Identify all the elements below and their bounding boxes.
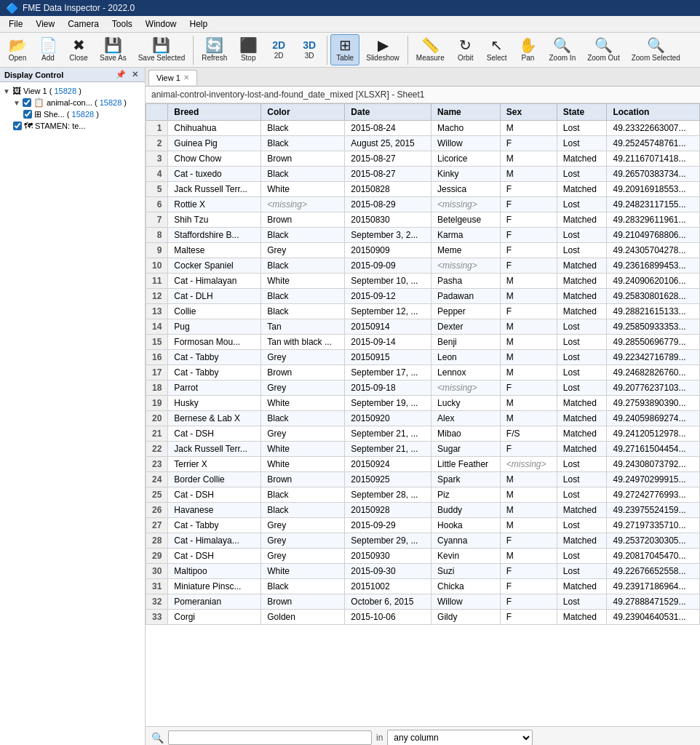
2d-button[interactable]: 2D2D: [264, 36, 293, 63]
table-row[interactable]: 26HavaneseBlack20150928BuddyMMatched49.2…: [146, 503, 700, 518]
table-row[interactable]: 33CorgiGolden2015-10-06GildyFMatched49.2…: [146, 610, 700, 625]
zoom-in-icon: 🔍: [553, 38, 571, 52]
tree-stamen-checkbox[interactable]: [13, 121, 22, 130]
col-color[interactable]: Color: [261, 104, 345, 121]
table-row[interactable]: 13CollieBlackSeptember 12, ...PepperFMat…: [146, 304, 700, 319]
save-selected-button[interactable]: 💾Save Selected: [133, 34, 191, 65]
table-row[interactable]: 3Chow ChowBrown2015-08-27LicoriceMMatche…: [146, 151, 700, 167]
table-row[interactable]: 17Cat - TabbyBrownSeptember 17, ...Lenno…: [146, 365, 700, 381]
pan-button[interactable]: ✋Pan: [514, 34, 543, 65]
table-cell: 49.20776237103...: [607, 381, 700, 396]
view1-tab[interactable]: View 1 ✕: [148, 70, 197, 85]
table-row[interactable]: 32PomeranianBrownOctober 6, 2015WillowFL…: [146, 594, 700, 610]
search-input[interactable]: [168, 730, 372, 745]
table-row[interactable]: 6Rottie X<missing>2015-08-29<missing>FLo…: [146, 197, 700, 212]
table-button[interactable]: ⊞Table: [330, 34, 359, 65]
tab-close-button[interactable]: ✕: [183, 73, 189, 81]
table-row[interactable]: 4Cat - tuxedoBlack2015-08-27KinkyMLost49…: [146, 167, 700, 182]
table-row[interactable]: 2Guinea PigBlackAugust 25, 2015WillowFLo…: [146, 136, 700, 151]
measure-button[interactable]: 📏Measure: [411, 34, 450, 65]
table-row[interactable]: 10Cocker SpanielBlack2015-09-09<missing>…: [146, 258, 700, 274]
menu-item-help[interactable]: Help: [184, 17, 214, 31]
table-cell: Grey: [261, 426, 345, 442]
table-cell: F: [500, 197, 557, 212]
table-row[interactable]: 27Cat - TabbyGrey2015-09-29HookaMLost49.…: [146, 518, 700, 533]
tree-view1-arrow[interactable]: ▼: [3, 87, 10, 95]
menu-item-file[interactable]: File: [3, 17, 28, 31]
table-cell: Miniature Pinsc...: [168, 579, 261, 594]
menu-item-camera[interactable]: Camera: [62, 17, 105, 31]
table-row[interactable]: 24Border CollieBrown20150925SparkMLost49…: [146, 472, 700, 487]
col-location[interactable]: Location: [607, 104, 700, 121]
tree-sheet-link[interactable]: 15828: [72, 110, 95, 119]
table-row[interactable]: 31Miniature Pinsc...Black20151002ChickaF…: [146, 579, 700, 594]
table-cell: 2: [146, 136, 168, 151]
table-row[interactable]: 12Cat - DLHBlack2015-09-12PadawanMMatche…: [146, 289, 700, 304]
add-button[interactable]: 📄Add: [33, 34, 63, 65]
stop-button[interactable]: ⬛Stop: [234, 34, 263, 65]
table-cell: Black: [261, 411, 345, 426]
tree-view1-link[interactable]: 15828: [55, 87, 77, 95]
table-row[interactable]: 8Staffordshire B...BlackSeptember 3, 2..…: [146, 228, 700, 243]
table-row[interactable]: 19HuskyWhiteSeptember 19, ...LuckyMMatch…: [146, 396, 700, 411]
zoom-out-button[interactable]: 🔍Zoom Out: [582, 34, 624, 65]
col-name[interactable]: Name: [431, 104, 501, 121]
table-row[interactable]: 9MalteseGrey20150909MemeFLost49.24305704…: [146, 243, 700, 258]
table-row[interactable]: 1ChihuahuaBlack2015-08-24MachoMLost49.23…: [146, 121, 700, 136]
table-container[interactable]: Breed Color Date Name Sex State Location…: [146, 103, 700, 726]
table-cell: Rottie X: [168, 197, 261, 212]
table-row[interactable]: 5Jack Russell Terr...White20150828Jessic…: [146, 182, 700, 197]
table-cell: 49.24305704278...: [607, 243, 700, 258]
select-button[interactable]: ↖Select: [482, 34, 512, 65]
sidebar-close-button[interactable]: ✕: [130, 70, 140, 79]
table-cell: Brown: [261, 594, 345, 610]
table-row[interactable]: 21Cat - DSHGreySeptember 21, ...MibaoF/S…: [146, 426, 700, 442]
zoom-selected-button[interactable]: 🔍Zoom Selected: [627, 34, 685, 65]
zoom-in-button[interactable]: 🔍Zoom In: [544, 34, 581, 65]
tree-animal-checkbox[interactable]: [23, 98, 31, 107]
col-breed[interactable]: Breed: [168, 104, 261, 121]
tree-animal-link[interactable]: 15828: [100, 98, 122, 107]
3d-button[interactable]: 3D3D: [295, 36, 324, 63]
tab-label: View 1: [156, 73, 180, 82]
table-row[interactable]: 29Cat - DSHGrey20150930KevinMLost49.2081…: [146, 549, 700, 564]
table-row[interactable]: 30MaltipooWhite2015-09-30SuziFLost49.226…: [146, 564, 700, 579]
orbit-button[interactable]: ↻Orbit: [451, 34, 480, 65]
table-row[interactable]: 15Formosan Mou...Tan with black ...2015-…: [146, 335, 700, 350]
col-date[interactable]: Date: [345, 104, 431, 121]
table-row[interactable]: 25Cat - DSHBlackSeptember 28, ...PizMLos…: [146, 487, 700, 503]
slideshow-button[interactable]: ▶Slideshow: [361, 34, 405, 65]
table-cell: 49.22676652558...: [607, 564, 700, 579]
sidebar-header: Display Control 📌 ✕: [0, 68, 145, 82]
table-cell: F: [500, 381, 557, 396]
table-cell: 49.28550696779...: [607, 335, 700, 350]
save-as-button[interactable]: 💾Save As: [95, 34, 132, 65]
table-row[interactable]: 16Cat - TabbyGrey20150915LeonMLost49.223…: [146, 350, 700, 365]
open-button[interactable]: 📂Open: [3, 34, 32, 65]
column-select[interactable]: any column: [387, 730, 533, 745]
col-sex[interactable]: Sex: [500, 104, 557, 121]
table-cell: Havanese: [168, 503, 261, 518]
table-cell: Lost: [557, 136, 607, 151]
tree-sheet-checkbox[interactable]: [23, 110, 32, 119]
table-row[interactable]: 18ParrotGrey2015-09-18<missing>FLost49.2…: [146, 381, 700, 396]
table-row[interactable]: 11Cat - HimalayanWhiteSeptember 10, ...P…: [146, 274, 700, 289]
table-row[interactable]: 23Terrier XWhite20150924Little Feather<m…: [146, 457, 700, 472]
tree-animal-arrow[interactable]: ▼: [13, 99, 20, 107]
table-row[interactable]: 14PugTan20150914DexterMLost49.2585093335…: [146, 319, 700, 335]
table-cell: Lost: [557, 228, 607, 243]
sidebar-pin-button[interactable]: 📌: [114, 70, 128, 79]
table-row[interactable]: 20Bernese & Lab XBlack20150920AlexMMatch…: [146, 411, 700, 426]
close-button[interactable]: ✖Close: [64, 34, 93, 65]
app-icon: 🔷: [6, 2, 18, 14]
col-state[interactable]: State: [557, 104, 607, 121]
menu-item-window[interactable]: Window: [140, 17, 183, 31]
table-cell: Black: [261, 136, 345, 151]
table-row[interactable]: 22Jack Russell Terr...WhiteSeptember 21,…: [146, 442, 700, 457]
refresh-button[interactable]: 🔄Refresh: [196, 34, 232, 65]
menu-item-tools[interactable]: Tools: [106, 17, 138, 31]
sidebar-tree: ▼ 🖼 View 1 ( 15828 ) ▼ 📋 animal-con... (…: [0, 82, 145, 135]
menu-item-view[interactable]: View: [30, 17, 60, 31]
table-row[interactable]: 7Shih TzuBrown20150830BetelgeuseFMatched…: [146, 212, 700, 228]
table-row[interactable]: 28Cat - Himalaya...GreySeptember 29, ...…: [146, 533, 700, 549]
